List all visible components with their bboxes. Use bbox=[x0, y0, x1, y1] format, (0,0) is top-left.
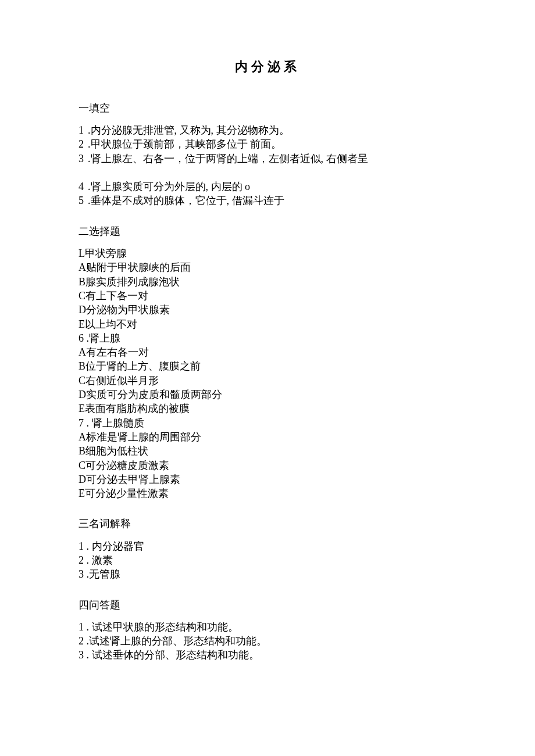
choice-stem: 6 .肾上腺 bbox=[79, 331, 456, 345]
option-letter: E bbox=[79, 403, 85, 414]
qa-item: 1 . 试述甲状腺的形态结构和功能。 bbox=[79, 620, 456, 634]
choice-question: L甲状旁腺 A贴附于甲状腺峡的后面 B腺实质排列成腺泡状 C有上下各一对 D分泌… bbox=[79, 246, 456, 331]
item-number: 1 bbox=[79, 621, 84, 633]
stem-number: 7 . bbox=[79, 417, 92, 429]
item-number: 1 bbox=[79, 123, 88, 137]
fill-item: 5 .垂体是不成对的腺体，它位于, 借漏斗连于 bbox=[79, 194, 456, 207]
choice-stem: L甲状旁腺 bbox=[79, 246, 456, 260]
item-text: 甲状腺位于颈前部，其峡部多位于 前面。 bbox=[91, 138, 282, 150]
choice-option: C右侧近似半月形 bbox=[79, 374, 456, 388]
item-text: 试述甲状腺的形态结构和功能。 bbox=[92, 621, 238, 633]
choice-option: B细胞为低柱状 bbox=[79, 444, 456, 458]
item-text: 肾上腺左、右各一，位于两肾的上端，左侧者近似, 右侧者呈 bbox=[91, 153, 368, 164]
option-text: 可分泌去甲肾上腺素 bbox=[86, 474, 180, 485]
section-terms-heading: 三名词解释 bbox=[79, 517, 456, 531]
item-dot: . bbox=[84, 621, 92, 633]
item-number: 5 bbox=[79, 194, 88, 207]
qa-item: 3 . 试述垂体的分部、形态结构和功能。 bbox=[79, 648, 456, 662]
fill-item: 1 . 内分泌腺无排泄管, 又称为, 其分泌物称为。 bbox=[79, 123, 456, 137]
fill-list: 1 . 内分泌腺无排泄管, 又称为, 其分泌物称为。 2 .甲状腺位于颈前部，其… bbox=[79, 123, 456, 208]
item-number: 4 bbox=[79, 180, 88, 194]
item-number: 2 bbox=[79, 635, 84, 647]
option-text: 有上下各一对 bbox=[85, 290, 148, 302]
stem-text: 甲状旁腺 bbox=[85, 248, 127, 259]
option-letter: D bbox=[79, 389, 86, 400]
option-text: 表面有脂肪构成的被膜 bbox=[85, 403, 190, 414]
option-text: 可分泌少量性激素 bbox=[85, 488, 169, 499]
stem-number: 6 . bbox=[79, 332, 89, 344]
option-letter: B bbox=[79, 276, 85, 288]
option-letter: C bbox=[79, 460, 85, 471]
choice-option: C有上下各一对 bbox=[79, 289, 456, 303]
item-text: 试述肾上腺的分部、形态结构和功能。 bbox=[89, 635, 267, 647]
option-letter: E bbox=[79, 318, 85, 330]
item-text: 内分泌腺无排泄管, 又称为, 其分泌物称为。 bbox=[91, 124, 290, 136]
option-text: 以上均不对 bbox=[85, 318, 137, 330]
option-text: 分泌物为甲状腺素 bbox=[86, 304, 170, 316]
section-qa-heading: 四问答题 bbox=[79, 598, 456, 612]
item-dot: . bbox=[84, 635, 89, 647]
item-text: 无管腺 bbox=[89, 568, 120, 580]
item-number: 3 bbox=[79, 649, 84, 661]
item-text: 垂体是不成对的腺体，它位于, 借漏斗连于 bbox=[91, 195, 284, 206]
qa-item: 2 .试述肾上腺的分部、形态结构和功能。 bbox=[79, 634, 456, 648]
item-dot: . bbox=[84, 568, 89, 580]
item-number: 2 bbox=[79, 554, 84, 566]
choice-stem: 7 . 肾上腺髓质 bbox=[79, 416, 456, 430]
terms-item: 3 .无管腺 bbox=[79, 567, 456, 581]
choice-option: E以上均不对 bbox=[79, 317, 456, 331]
page-title: 内分泌系 bbox=[79, 58, 456, 76]
option-text: 实质可分为皮质和髓质两部分 bbox=[86, 389, 222, 400]
item-number: 3 bbox=[79, 152, 88, 166]
choice-option: A贴附于甲状腺峡的后面 bbox=[79, 260, 456, 274]
choice-option: D分泌物为甲状腺素 bbox=[79, 303, 456, 317]
choice-option: E表面有脂肪构成的被膜 bbox=[79, 402, 456, 415]
item-dot: . bbox=[84, 540, 92, 552]
option-text: 标准是肾上腺的周围部分 bbox=[86, 431, 201, 443]
choice-option: B腺实质排列成腺泡状 bbox=[79, 275, 456, 289]
option-letter: A bbox=[79, 431, 86, 443]
fill-item-blank bbox=[79, 166, 456, 180]
document-page: 内分泌系 一填空 1 . 内分泌腺无排泄管, 又称为, 其分泌物称为。 2 .甲… bbox=[0, 0, 535, 756]
choice-option: E可分泌少量性激素 bbox=[79, 486, 456, 500]
choice-list: L甲状旁腺 A贴附于甲状腺峡的后面 B腺实质排列成腺泡状 C有上下各一对 D分泌… bbox=[79, 246, 456, 500]
choice-question: 6 .肾上腺 A有左右各一对 B位于肾的上方、腹膜之前 C右侧近似半月形 D实质… bbox=[79, 331, 456, 416]
terms-item: 2 . 激素 bbox=[79, 553, 456, 567]
section-fill-heading: 一填空 bbox=[79, 101, 456, 115]
option-letter: D bbox=[79, 304, 86, 316]
stem-text: 肾上腺 bbox=[89, 332, 120, 344]
qa-list: 1 . 试述甲状腺的形态结构和功能。 2 .试述肾上腺的分部、形态结构和功能。 … bbox=[79, 620, 456, 662]
section-choice-heading: 二选择题 bbox=[79, 224, 456, 238]
option-text: 腺实质排列成腺泡状 bbox=[85, 276, 180, 288]
item-text: 内分泌器官 bbox=[92, 540, 144, 552]
choice-option: A有左右各一对 bbox=[79, 345, 456, 359]
option-letter: B bbox=[79, 360, 85, 372]
choice-option: B位于肾的上方、腹膜之前 bbox=[79, 359, 456, 373]
choice-option: D实质可分为皮质和髓质两部分 bbox=[79, 388, 456, 402]
option-letter: A bbox=[79, 346, 86, 358]
item-text: 肾上腺实质可分为外层的, 内层的 o bbox=[91, 181, 251, 192]
item-number: 2 bbox=[79, 137, 88, 151]
option-letter: A bbox=[79, 261, 86, 273]
option-text: 可分泌糖皮质激素 bbox=[85, 460, 169, 471]
option-letter: B bbox=[79, 445, 85, 457]
item-number: 1 bbox=[79, 540, 84, 552]
item-number: 3 bbox=[79, 568, 84, 580]
choice-option: C可分泌糖皮质激素 bbox=[79, 458, 456, 472]
option-letter: E bbox=[79, 488, 85, 499]
fill-item: 2 .甲状腺位于颈前部，其峡部多位于 前面。 bbox=[79, 137, 456, 151]
choice-option: D可分泌去甲肾上腺素 bbox=[79, 472, 456, 486]
option-letter: C bbox=[79, 290, 85, 302]
item-text: 激素 bbox=[92, 554, 113, 566]
item-dot: . bbox=[84, 649, 92, 661]
option-text: 右侧近似半月形 bbox=[85, 375, 159, 386]
stem-number: L bbox=[79, 248, 85, 259]
option-text: 贴附于甲状腺峡的后面 bbox=[86, 261, 191, 273]
option-text: 有左右各一对 bbox=[86, 346, 149, 358]
option-letter: C bbox=[79, 375, 85, 386]
item-text: 试述垂体的分部、形态结构和功能。 bbox=[92, 649, 259, 661]
option-text: 位于肾的上方、腹膜之前 bbox=[85, 360, 201, 372]
choice-question: 7 . 肾上腺髓质 A标准是肾上腺的周围部分 B细胞为低柱状 C可分泌糖皮质激素… bbox=[79, 416, 456, 501]
terms-item: 1 . 内分泌器官 bbox=[79, 539, 456, 553]
choice-option: A标准是肾上腺的周围部分 bbox=[79, 430, 456, 444]
